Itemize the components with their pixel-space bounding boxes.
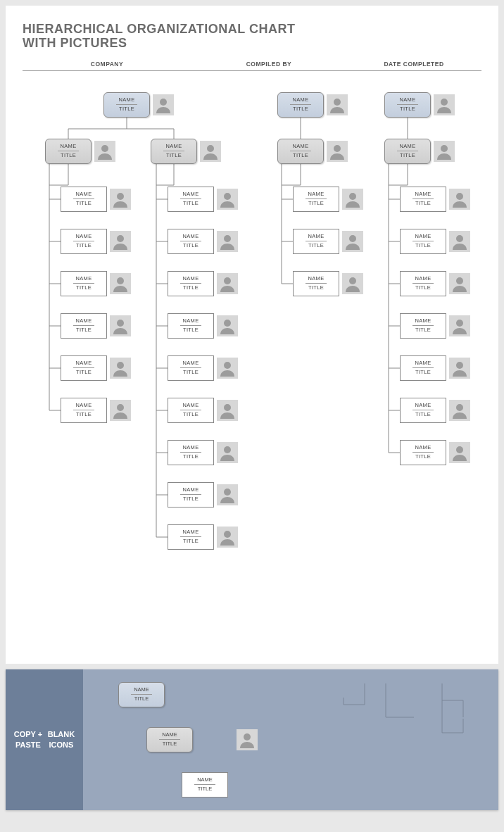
person-icon — [200, 141, 221, 162]
svg-point-54 — [224, 277, 231, 284]
org-node-top[interactable]: NAMETITLE — [384, 92, 455, 118]
org-node-leaf[interactable]: NAMETITLE — [61, 398, 131, 423]
org-node-leaf[interactable]: NAMETITLE — [168, 440, 238, 465]
card-divider — [131, 694, 151, 695]
org-node-leaf[interactable]: NAMETITLE — [168, 355, 238, 381]
org-node-top[interactable]: NAME TITLE — [103, 92, 174, 118]
org-node-leaf[interactable]: NAMETITLE — [168, 187, 238, 212]
palette-mid-card[interactable]: NAMETITLE — [146, 727, 193, 752]
org-node-mid[interactable]: NAME TITLE — [45, 139, 115, 164]
svg-point-48 — [117, 277, 124, 284]
svg-point-43 — [160, 99, 167, 106]
org-node-leaf[interactable]: NAMETITLE — [168, 524, 238, 550]
org-title: TITLE — [401, 453, 446, 461]
card-divider — [73, 325, 94, 326]
palette-top-card[interactable]: NAMETITLE — [118, 682, 165, 707]
palette-label-line-1: COPY + PASTE — [11, 729, 45, 750]
org-card: NAMETITLE — [168, 355, 214, 381]
svg-point-57 — [224, 404, 231, 411]
card-divider — [58, 151, 78, 151]
org-name: NAME — [168, 444, 213, 452]
org-node-leaf[interactable]: NAMETITLE — [400, 398, 470, 423]
org-card: NAMETITLE — [293, 187, 339, 212]
org-title: TITLE — [168, 284, 213, 292]
org-node-leaf[interactable]: NAMETITLE — [61, 313, 131, 339]
person-icon — [217, 273, 238, 294]
org-node-leaf[interactable]: NAMETITLE — [400, 229, 470, 254]
org-node-leaf[interactable]: NAMETITLE — [61, 187, 131, 212]
org-node-leaf[interactable]: NAMETITLE — [400, 440, 470, 465]
card-divider — [305, 241, 326, 241]
org-node-leaf[interactable]: NAMETITLE — [61, 229, 131, 254]
person-icon — [110, 189, 131, 210]
org-node-leaf[interactable]: NAMETITLE — [61, 355, 131, 381]
org-title: TITLE — [278, 152, 323, 160]
org-title: TITLE — [61, 327, 106, 334]
card-divider — [412, 325, 433, 326]
person-icon — [217, 442, 238, 463]
palette-leaf-card[interactable]: NAMETITLE — [182, 772, 228, 798]
org-node-leaf[interactable]: NAMETITLE — [400, 187, 470, 212]
org-node-leaf[interactable]: NAMETITLE — [168, 482, 238, 508]
org-card: NAMETITLE — [293, 271, 339, 296]
svg-point-64 — [349, 235, 356, 242]
card-divider — [73, 241, 94, 241]
org-name: NAME — [104, 96, 149, 104]
card-divider — [180, 410, 201, 410]
org-card: NAMETITLE — [400, 271, 446, 296]
palette-avatar[interactable] — [237, 729, 258, 750]
org-name: NAME — [168, 360, 213, 367]
org-name: NAME — [168, 529, 213, 536]
org-node-leaf[interactable]: NAMETITLE — [400, 271, 470, 296]
person-icon — [449, 358, 470, 379]
org-name: NAME — [294, 233, 339, 241]
org-title: TITLE — [401, 327, 446, 334]
person-icon — [434, 94, 455, 115]
org-node-leaf[interactable]: NAMETITLE — [293, 229, 363, 254]
person-icon — [217, 358, 238, 379]
card-divider — [397, 151, 417, 151]
org-title: TITLE — [401, 284, 446, 292]
org-node-leaf[interactable]: NAMETITLE — [168, 271, 238, 296]
card-divider — [412, 452, 433, 453]
person-icon — [434, 141, 455, 162]
org-node-leaf[interactable]: NAMETITLE — [168, 398, 238, 423]
org-title: TITLE — [294, 284, 339, 292]
org-title: TITLE — [168, 327, 213, 334]
org-node-leaf[interactable]: NAMETITLE — [168, 229, 238, 254]
card-divider — [73, 198, 94, 199]
svg-point-68 — [456, 193, 463, 200]
org-node-leaf[interactable]: NAMETITLE — [61, 271, 131, 296]
org-node-mid[interactable]: NAMETITLE — [277, 139, 348, 164]
header-date-completed: DATE COMPLETED — [346, 61, 481, 68]
svg-point-66 — [441, 99, 448, 106]
org-title: TITLE — [168, 453, 213, 461]
org-name: NAME — [151, 143, 196, 151]
org-node-mid[interactable]: NAMETITLE — [384, 139, 455, 164]
org-name: NAME — [278, 143, 323, 151]
org-title: TITLE — [61, 242, 106, 250]
org-node-leaf[interactable]: NAMETITLE — [400, 355, 470, 381]
svg-point-62 — [334, 145, 341, 152]
card-divider — [412, 367, 433, 368]
org-name: NAME — [147, 731, 192, 739]
org-name: NAME — [401, 444, 446, 452]
card-divider — [397, 104, 417, 105]
org-node-top[interactable]: NAMETITLE — [277, 92, 348, 118]
org-card: NAMETITLE — [61, 271, 107, 296]
org-node-leaf[interactable]: NAMETITLE — [168, 313, 238, 339]
person-icon — [342, 231, 363, 252]
palette-connector-shapes[interactable] — [336, 679, 484, 736]
org-node-leaf[interactable]: NAMETITLE — [293, 187, 363, 212]
card-divider — [180, 198, 201, 199]
org-node-mid[interactable]: NAME TITLE — [151, 139, 221, 164]
card-divider — [412, 198, 433, 199]
org-node-leaf[interactable]: NAMETITLE — [293, 271, 363, 296]
org-name: NAME — [385, 96, 430, 104]
org-card: NAMETITLE — [182, 772, 228, 798]
org-card: NAMETITLE — [400, 229, 446, 254]
org-name: NAME — [401, 360, 446, 367]
person-icon — [217, 189, 238, 210]
person-icon — [449, 315, 470, 336]
org-node-leaf[interactable]: NAMETITLE — [400, 313, 470, 339]
